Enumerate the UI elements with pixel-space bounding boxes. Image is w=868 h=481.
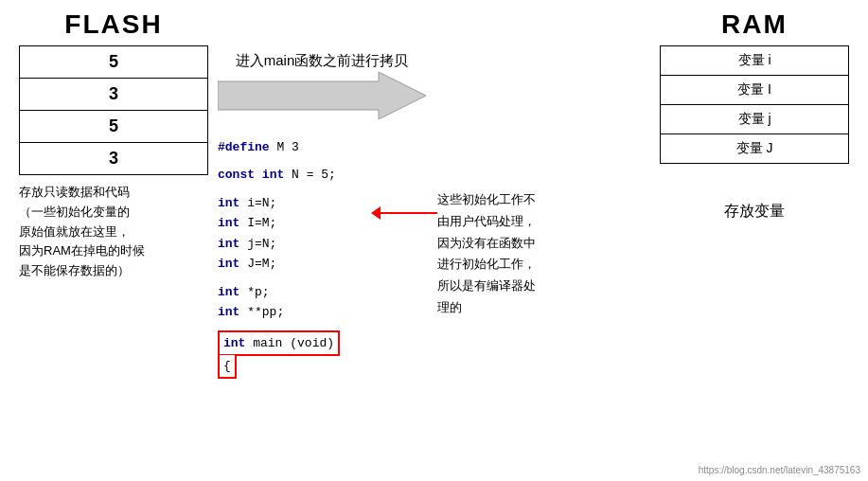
table-row: 变量 I xyxy=(661,76,849,105)
table-row: 变量 j xyxy=(661,105,849,134)
code-spacer3 xyxy=(218,275,445,282)
arrow-area: 进入main函数之前进行拷贝 xyxy=(218,52,426,119)
code-spacer xyxy=(218,157,445,165)
annotation-text: 这些初始化工作不由用户代码处理，因为没有在函数中进行初始化工作，所以是有编译器处… xyxy=(437,189,641,319)
keyword-int-i: int xyxy=(218,196,239,210)
code-line-7: int *p; xyxy=(218,282,445,302)
ram-cell-3: 变量 j xyxy=(661,105,849,134)
code-text-j: j=N; xyxy=(247,237,276,251)
code-main-text: main (void) xyxy=(253,336,334,350)
red-arrow-svg xyxy=(371,199,442,227)
code-spacer4 xyxy=(218,323,445,330)
flash-cell-3: 5 xyxy=(20,111,208,143)
table-row: 变量 i xyxy=(661,46,849,76)
keyword-const: const xyxy=(218,168,255,182)
keyword-define: #define xyxy=(218,140,270,154)
main-highlight-box: int main (void) xyxy=(218,330,340,356)
flash-description: 存放只读数据和代码（一些初始化变量的原始值就放在这里，因为RAM在掉电的时候是不… xyxy=(19,183,208,281)
arrow-label: 进入main函数之前进行拷贝 xyxy=(236,52,409,70)
table-row: 5 xyxy=(20,46,208,79)
table-row: 5 xyxy=(20,111,208,143)
code-line-brace: { xyxy=(218,356,445,379)
ram-cell-1: 变量 i xyxy=(661,46,849,76)
flash-cell-2: 3 xyxy=(20,79,208,111)
code-line-2: const int N = 5; xyxy=(218,165,445,185)
flash-cell-4: 3 xyxy=(20,143,208,175)
keyword-int: int xyxy=(262,168,284,182)
code-line-8: int **pp; xyxy=(218,302,445,322)
watermark: https://blog.csdn.net/latevin_43875163 xyxy=(699,465,860,475)
code-text-p: *p; xyxy=(247,285,269,299)
table-row: 3 xyxy=(20,79,208,111)
keyword-int-I: int xyxy=(218,216,239,230)
code-line-6: int J=M; xyxy=(218,254,445,274)
ram-cell-4: 变量 J xyxy=(661,134,849,164)
code-text: M 3 xyxy=(276,140,298,154)
flash-title: FLASH xyxy=(19,9,208,40)
annotation-section: 这些初始化工作不由用户代码处理，因为没有在函数中进行初始化工作，所以是有编译器处… xyxy=(437,189,641,319)
ram-section: RAM 变量 i 变量 I 变量 j 变量 J 存放变量 xyxy=(660,9,849,222)
brace-box: { xyxy=(218,355,237,379)
code-text-n: N = 5; xyxy=(292,168,336,182)
code-text-I: I=M; xyxy=(247,216,276,230)
code-line-main: int main (void) xyxy=(218,330,445,356)
keyword-int-J: int xyxy=(218,257,239,271)
keyword-int-main: int xyxy=(223,336,245,350)
code-spacer2 xyxy=(218,186,445,193)
code-text-J: J=M; xyxy=(247,257,276,271)
keyword-int-pp: int xyxy=(218,305,239,319)
svg-marker-0 xyxy=(218,72,426,119)
code-line-5: int j=N; xyxy=(218,234,445,254)
ram-description: 存放变量 xyxy=(660,202,849,222)
ram-table: 变量 i 变量 I 变量 j 变量 J xyxy=(660,45,849,164)
code-line-1: #define M 3 xyxy=(218,137,445,157)
flash-table: 5 3 5 3 xyxy=(19,45,208,175)
code-text-pp: **pp; xyxy=(247,305,284,319)
page-container: FLASH 5 3 5 3 存放只读数据和代码（一些初始化变量的原始值就放在这里… xyxy=(0,0,868,481)
ram-title: RAM xyxy=(660,9,849,40)
arrow-svg xyxy=(218,72,426,119)
flash-section: FLASH 5 3 5 3 存放只读数据和代码（一些初始化变量的原始值就放在这里… xyxy=(19,9,208,281)
table-row: 变量 J xyxy=(661,134,849,164)
keyword-int-j: int xyxy=(218,237,239,251)
flash-cell-1: 5 xyxy=(20,46,208,79)
svg-marker-2 xyxy=(371,206,381,220)
code-text-i: i=N; xyxy=(247,196,276,210)
code-brace: { xyxy=(223,359,231,373)
keyword-int-p: int xyxy=(218,285,239,299)
code-section: #define M 3 const int N = 5; int i=N; in… xyxy=(218,137,445,379)
table-row: 3 xyxy=(20,143,208,175)
ram-cell-2: 变量 I xyxy=(661,76,849,105)
